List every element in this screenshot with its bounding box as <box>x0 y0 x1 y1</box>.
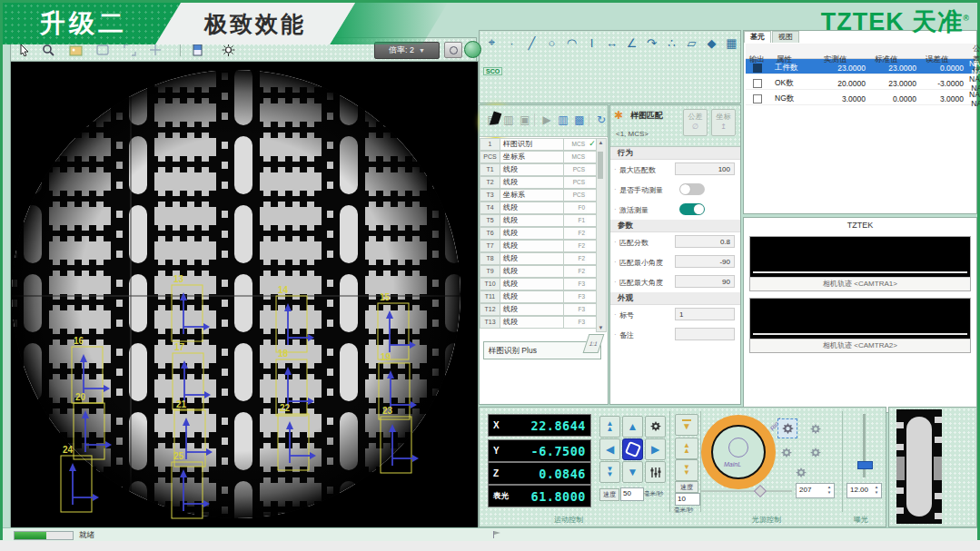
light-intensity-slider[interactable] <box>701 490 792 492</box>
manual-measure-toggle[interactable] <box>679 183 705 195</box>
program-row-ref: F2 <box>564 227 587 240</box>
program-row[interactable]: T10线段F3 <box>480 278 599 290</box>
jog-settings-button[interactable] <box>645 416 666 438</box>
output-checkbox[interactable] <box>753 64 762 73</box>
program-row[interactable]: 1样图识别MCS✓ <box>480 138 599 150</box>
report-button-icon[interactable]: ▩ <box>572 113 587 127</box>
jog-stop-button[interactable] <box>622 438 643 460</box>
program-scrollbar[interactable]: ▲ ▼ <box>596 138 607 332</box>
refresh-button-icon[interactable]: ↻ <box>594 113 609 127</box>
results-row[interactable]: NG数3.00000.00003.0000NA, NA <box>746 90 975 105</box>
xy-speed-input[interactable]: 50 <box>620 487 644 501</box>
jog-down-fast-button[interactable]: ▼▼ <box>599 461 620 483</box>
program-row[interactable]: T4线段F0 <box>480 202 599 213</box>
blob-tool-icon[interactable]: ◆ <box>703 34 720 52</box>
program-row[interactable]: T12线段F3 <box>480 303 599 315</box>
index-input[interactable]: 1 <box>675 308 735 320</box>
slider-thumb[interactable] <box>754 485 767 497</box>
jog-left-button[interactable]: ◀ <box>599 438 620 460</box>
coordinate-button[interactable]: 坐标↥ <box>711 109 736 136</box>
program-row[interactable]: T6线段F2 <box>480 227 599 239</box>
results-tab-2[interactable]: 视图 <box>772 31 799 43</box>
z-home-button[interactable]: ▼ <box>675 414 698 436</box>
scroll-down-icon[interactable]: ▼ <box>598 325 604 330</box>
program-row[interactable]: T7线段F2 <box>480 240 599 251</box>
scrollbar-thumb[interactable] <box>598 152 603 179</box>
zoom-preview-panel <box>888 407 977 527</box>
index-row: ·标号 1 <box>610 305 740 325</box>
jog-sliders-button[interactable] <box>645 461 666 483</box>
program-row-id: PCS <box>480 151 500 163</box>
program-row[interactable]: T5线段F1 <box>480 214 599 226</box>
output-checkbox[interactable] <box>753 94 762 103</box>
program-row[interactable]: T8线段F2 <box>480 252 599 264</box>
program-row[interactable]: T1线段PCS <box>480 163 599 175</box>
program-row[interactable]: T13线段F3 <box>480 316 599 328</box>
light-channel-4[interactable] <box>807 444 825 462</box>
light-channel-1[interactable] <box>777 418 797 438</box>
jog-down-button[interactable]: ▼ <box>622 461 643 483</box>
program-row[interactable]: T2线段PCS <box>480 176 599 188</box>
exposure-input[interactable]: 12.00▲▼ <box>846 483 882 498</box>
z-down-button[interactable]: ▼▼ <box>675 459 698 481</box>
circle-tool-icon[interactable]: ○ <box>543 34 560 52</box>
line-tool-icon[interactable]: ╱ <box>523 34 540 52</box>
point-tool-icon[interactable]: · <box>503 34 520 52</box>
activate-measure-row: ·激活测量 <box>610 200 740 220</box>
columns-button-icon[interactable]: ▥ <box>556 113 570 127</box>
camera-viewport[interactable]: 13141516171819202122232425 <box>10 61 479 529</box>
angle-tool-icon[interactable]: ∠ <box>623 34 640 52</box>
program-row-id: T6 <box>480 227 500 240</box>
exposure-thumb[interactable] <box>857 461 873 469</box>
remark-input[interactable] <box>675 328 735 340</box>
light-channel-2[interactable] <box>807 420 825 438</box>
light-channel-5[interactable] <box>792 464 810 482</box>
light-channel-3[interactable] <box>777 444 796 462</box>
snapshot-button[interactable] <box>444 42 462 58</box>
ring-light-control[interactable]: MainL <box>701 415 776 489</box>
program-row[interactable]: T3坐标系PCS <box>480 189 599 201</box>
calculator-tool-icon[interactable]: ▦ <box>723 34 740 52</box>
exposure-slider[interactable] <box>863 414 866 477</box>
results-row[interactable]: OK数20.000023.0000-3.0000NA, NA <box>746 74 975 90</box>
curve-tool-icon[interactable]: ↷ <box>643 34 660 52</box>
program-row-ref: F3 <box>564 278 587 290</box>
jog-right-button[interactable]: ▶ <box>645 438 666 460</box>
jog-up-fast-button[interactable]: ▲▲ <box>599 416 620 438</box>
eraser-tool-icon[interactable]: ▱ <box>683 34 700 52</box>
section-appearance: 外观 <box>610 292 740 305</box>
z-speed-input[interactable]: 10 <box>675 493 700 506</box>
program-row[interactable]: T11线段F3 <box>480 290 599 302</box>
program-row[interactable]: T9线段F2 <box>480 265 599 277</box>
camera-card[interactable]: 相机轨迹 <CAMTRA2> <box>749 298 971 353</box>
coordinate-tool-icon[interactable]: ⌖ <box>483 34 500 52</box>
height-tool-icon[interactable]: I <box>583 34 600 52</box>
max-match-input[interactable]: 100 <box>675 162 735 175</box>
light-value-input[interactable]: 207▲▼ <box>796 483 835 498</box>
camera-card[interactable]: 相机轨迹 <CAMTRA1> <box>749 236 971 291</box>
arc-tool-icon[interactable]: ◠ <box>563 34 580 52</box>
spinner-icons[interactable]: ▲▼ <box>873 485 880 496</box>
program-footer-box[interactable]: 样图识别 Plus 1:1 <box>483 341 601 359</box>
spinner-icons[interactable]: ▲▼ <box>826 485 833 496</box>
program-row-name: 线段 <box>500 290 564 303</box>
program-row[interactable]: PCS坐标系MCS <box>480 151 599 162</box>
dro-value: 22.8644 <box>519 418 590 433</box>
save-button-icon[interactable]: ▣ <box>518 113 532 127</box>
jog-up-button[interactable]: ▲ <box>622 416 643 438</box>
z-up-button[interactable]: ▲▲ <box>675 438 698 459</box>
distance-tool-icon[interactable]: ↔ <box>603 34 620 52</box>
banner-badge-text: 升级二 <box>40 6 144 41</box>
activate-measure-toggle[interactable] <box>679 203 705 215</box>
scatter-tool-icon[interactable]: ∴ <box>663 34 680 52</box>
output-checkbox[interactable] <box>753 79 762 88</box>
run-button-icon[interactable]: ▶ <box>539 113 554 127</box>
scroll-up-icon[interactable]: ▲ <box>598 140 604 145</box>
max-angle-input[interactable]: 90 <box>675 275 735 288</box>
svg-text:16: 16 <box>74 336 84 346</box>
min-angle-input[interactable]: -90 <box>675 255 735 268</box>
globe-button[interactable] <box>464 41 481 58</box>
results-tab-1[interactable]: 基元 <box>744 31 771 43</box>
match-score-input[interactable]: 0.8 <box>675 235 735 248</box>
tolerance-button[interactable]: 公差∅ <box>683 109 708 136</box>
